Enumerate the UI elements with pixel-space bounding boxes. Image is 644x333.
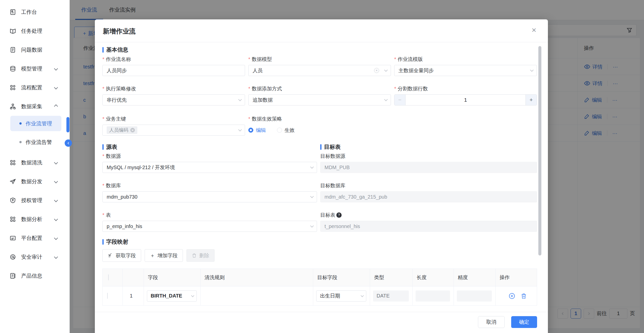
minus-icon[interactable]: − — [394, 95, 406, 105]
dialog-scrollbar[interactable] — [538, 46, 541, 255]
selected-tag: 人员编码 ✕ — [107, 126, 137, 134]
radio-icon — [277, 128, 282, 133]
plus-icon[interactable]: + — [526, 95, 537, 105]
chevron-down-icon — [54, 255, 58, 259]
section-title-field-mapping: 字段映射 — [102, 238, 537, 246]
chevron-down-icon — [54, 236, 58, 240]
field-label: 执行策略修改 — [102, 86, 245, 92]
tag-remove-icon[interactable]: ✕ — [130, 128, 135, 132]
chevron-down-icon — [310, 195, 314, 198]
chevron-down-icon — [54, 179, 58, 183]
field-exec-strategy: 执行策略修改 串行优先 — [102, 86, 245, 105]
process-icon — [10, 84, 16, 91]
sidebar-item-process-config[interactable]: 流程配置 — [0, 78, 69, 97]
chevron-down-icon — [191, 294, 194, 297]
exec-strategy-select[interactable]: 串行优先 — [102, 94, 245, 105]
flow-name-input[interactable]: 人员同步 — [102, 65, 245, 76]
col-header-actions: 操作 — [496, 269, 537, 286]
page: 作业流 作业流实例 + 新增 索 作业流名称 操作 tes — [0, 0, 644, 333]
split-rows-value[interactable]: 1 — [406, 95, 526, 105]
sidebar-item-issue-data[interactable]: 问题数据 — [0, 40, 69, 59]
flow-template-select[interactable]: 主数据全量同步 — [394, 65, 537, 76]
sidebar-collapse-button[interactable] — [65, 139, 72, 147]
auth-shield-icon — [10, 197, 16, 204]
sidebar-item-data-cleaning[interactable]: 数据清洗 — [0, 153, 69, 172]
field-target-database: 目标数据库 mdm_afc_730_ga_215_pub — [320, 182, 537, 202]
section-title-source: 源表 — [102, 143, 317, 151]
chevron-down-icon — [54, 86, 58, 90]
issue-data-icon — [10, 47, 16, 53]
sidebar-item-data-distribution[interactable]: 数据分发 — [0, 172, 69, 191]
type-input: DATE — [373, 290, 409, 302]
chevron-down-icon — [384, 68, 388, 72]
add-field-button[interactable]: ＋ 增加字段 — [145, 249, 183, 262]
help-icon[interactable]: ? — [336, 212, 342, 218]
fetch-fields-button[interactable]: 获取字段 — [102, 249, 141, 262]
radio-effective[interactable]: 生效 — [277, 127, 295, 134]
chevron-down-icon — [54, 67, 58, 71]
sidebar-item-authorization[interactable]: 授权管理 — [0, 191, 69, 210]
delete-row-icon[interactable] — [520, 293, 527, 299]
section-title-target: 目标表 — [320, 143, 537, 151]
section-bar — [320, 144, 321, 150]
sidebar-item-workbench[interactable]: 工作台 — [0, 3, 69, 21]
confirm-button[interactable]: 确定 — [511, 316, 537, 328]
clean-rule-cell[interactable] — [200, 286, 313, 306]
sidebar-item-model-management[interactable]: 模型管理 — [0, 59, 69, 78]
bullet-icon — [19, 141, 22, 143]
field-data-model: 数据模型 人员 ✕ — [248, 56, 391, 76]
field-label: 数据生效策略 — [248, 116, 391, 122]
data-model-select[interactable]: 人员 ✕ — [248, 65, 391, 76]
row-checkbox[interactable] — [107, 293, 108, 299]
field-target-table: 目标表 ? t_personnel_his — [320, 212, 537, 232]
sidebar-item-task-processing[interactable]: 任务处理 — [0, 21, 69, 40]
col-header-type: 类型 — [370, 269, 413, 286]
sidebar-item-platform-config[interactable]: 平台配置 — [0, 229, 69, 247]
target-database-input: mdm_afc_730_ga_215_pub — [320, 191, 537, 202]
target-field-select[interactable]: 出生日期 — [316, 290, 366, 302]
select-all-checkbox[interactable] — [108, 274, 109, 280]
analysis-icon — [10, 216, 16, 223]
business-key-select[interactable]: 人员编码 ✕ — [102, 125, 245, 136]
cancel-button[interactable]: 取消 — [478, 316, 505, 328]
chevron-down-icon — [238, 128, 242, 131]
sidebar-item-data-collection[interactable]: 数据采集 — [0, 97, 69, 116]
field-label: 数据源 — [102, 153, 317, 159]
field-label: 作业流名称 — [102, 56, 245, 62]
sidebar-item-data-analysis[interactable]: 数据分析 — [0, 210, 69, 229]
chevron-left-icon — [67, 141, 70, 145]
clean-icon — [10, 159, 16, 166]
delete-fields-button[interactable]: 删除 — [186, 249, 215, 262]
mapping-row: 1 BIRTH_DATE 出生日期 DATE — [103, 286, 537, 306]
sidebar-subitem-workflow-management[interactable]: 作业流管理 — [10, 116, 61, 131]
source-database-select[interactable]: mdm_pub730 — [102, 191, 317, 202]
field-label: 业务主键 — [102, 116, 245, 122]
field-label: 作业流模版 — [394, 56, 537, 62]
sidebar: 工作台 任务处理 问题数据 模型管理 流程配置 数据采 — [0, 0, 70, 333]
clear-icon[interactable]: ✕ — [374, 68, 379, 73]
source-datasource-select[interactable]: MySQL / mysql-212 / 开发环境 — [102, 162, 317, 173]
chevron-down-icon — [530, 68, 534, 72]
active-item-indicator — [66, 117, 69, 132]
split-rows-stepper: − 1 + — [394, 94, 537, 105]
col-header-length: 长度 — [413, 269, 454, 286]
chevron-down-icon — [54, 217, 58, 221]
field-label: 数据库 — [102, 182, 317, 189]
sidebar-item-security-audit[interactable]: 安全审计 — [0, 247, 69, 266]
add-row-icon[interactable] — [508, 292, 515, 300]
field-source-datasource: 数据源 MySQL / mysql-212 / 开发环境 — [102, 153, 317, 173]
sidebar-subitem-workflow-alert[interactable]: 作业流告警 — [10, 134, 61, 150]
plus-icon: ＋ — [150, 252, 155, 259]
section-bar — [102, 47, 104, 53]
close-icon[interactable]: × — [532, 26, 536, 34]
field-business-key: 业务主键 人员编码 ✕ — [102, 116, 245, 136]
data-add-mode-select[interactable]: 追加数据 — [248, 94, 391, 105]
source-table-select[interactable]: p_emp_info_his — [102, 221, 317, 232]
source-field-select[interactable]: BIRTH_DATE — [147, 290, 197, 302]
field-source-table: 表 p_emp_info_his — [102, 212, 317, 232]
sidebar-item-product-info[interactable]: 产品信息 — [0, 266, 69, 285]
radio-edit[interactable]: 编辑 — [248, 127, 266, 134]
field-target-datasource: 目标数据源 MDM_PUB — [320, 153, 537, 173]
chevron-up-icon — [54, 104, 58, 108]
field-data-add-mode: 数据添加方式 追加数据 — [248, 86, 391, 105]
